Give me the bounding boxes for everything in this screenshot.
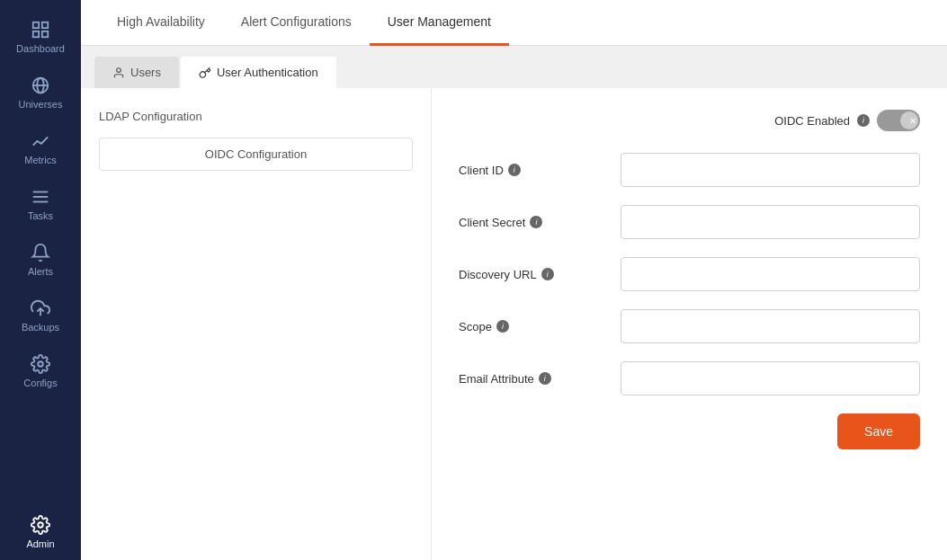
- main-content: High Availability Alert Configurations U…: [81, 0, 947, 560]
- discovery-url-input[interactable]: [621, 257, 920, 291]
- svg-rect-3: [42, 31, 48, 37]
- save-button[interactable]: Save: [837, 413, 920, 449]
- email-attribute-row: Email Attribute i: [459, 361, 920, 396]
- sub-tabs: Users User Authentication: [81, 46, 947, 88]
- discovery-url-row: Discovery URL i: [459, 257, 920, 291]
- svg-point-12: [38, 522, 43, 528]
- top-nav: High Availability Alert Configurations U…: [81, 0, 947, 46]
- sidebar-item-alerts[interactable]: Alerts: [0, 232, 81, 288]
- oidc-enabled-label: OIDC Enabled: [774, 114, 850, 128]
- ldap-config-label: LDAP Configuration: [99, 110, 413, 123]
- sidebar-item-configs[interactable]: Configs: [0, 343, 81, 399]
- sidebar: Dashboard Universes Metrics Tasks Alerts: [0, 0, 81, 560]
- client-secret-label: Client Secret i: [459, 216, 621, 229]
- tab-user-management[interactable]: User Management: [370, 0, 509, 46]
- svg-rect-1: [42, 22, 48, 28]
- client-id-label: Client ID i: [459, 164, 621, 177]
- subtab-users[interactable]: Users: [94, 57, 179, 88]
- client-secret-input[interactable]: [621, 205, 920, 239]
- scope-info-icon[interactable]: i: [496, 320, 509, 333]
- subtab-user-authentication[interactable]: User Authentication: [181, 57, 336, 88]
- sidebar-item-backups[interactable]: Backups: [0, 288, 81, 343]
- oidc-config-button[interactable]: OIDC Configuration: [99, 138, 413, 171]
- right-panel: OIDC Enabled i ✕ Client ID i: [432, 88, 947, 560]
- sidebar-item-metrics[interactable]: Metrics: [0, 120, 81, 176]
- client-id-info-icon[interactable]: i: [508, 164, 521, 176]
- oidc-enabled-info-icon[interactable]: i: [857, 114, 870, 127]
- oidc-header: OIDC Enabled i ✕: [459, 110, 920, 131]
- email-attribute-info-icon[interactable]: i: [539, 372, 551, 385]
- discovery-url-label: Discovery URL i: [459, 268, 621, 281]
- client-secret-row: Client Secret i: [459, 205, 920, 239]
- sidebar-item-tasks[interactable]: Tasks: [0, 176, 81, 232]
- scope-label: Scope i: [459, 320, 621, 333]
- svg-point-11: [38, 361, 43, 367]
- scope-row: Scope i: [459, 309, 920, 343]
- content-area: Users User Authentication LDAP Configura…: [81, 46, 947, 560]
- discovery-url-info-icon[interactable]: i: [541, 268, 554, 280]
- svg-rect-0: [33, 22, 39, 28]
- toggle-x-icon: ✕: [909, 116, 916, 126]
- client-id-input[interactable]: [621, 153, 920, 187]
- email-attribute-label: Email Attribute i: [459, 372, 621, 386]
- oidc-enabled-toggle[interactable]: ✕: [877, 110, 920, 131]
- svg-point-13: [117, 67, 121, 72]
- left-panel: LDAP Configuration OIDC Configuration: [81, 88, 432, 560]
- sidebar-item-universes[interactable]: Universes: [0, 65, 81, 120]
- tab-high-availability[interactable]: High Availability: [99, 0, 223, 46]
- sidebar-item-admin[interactable]: Admin: [0, 504, 81, 560]
- panel-area: LDAP Configuration OIDC Configuration OI…: [81, 88, 947, 560]
- client-id-row: Client ID i: [459, 153, 920, 187]
- client-secret-info-icon[interactable]: i: [530, 216, 542, 228]
- email-attribute-input[interactable]: [621, 361, 920, 396]
- tab-alert-configurations[interactable]: Alert Configurations: [223, 0, 370, 46]
- save-row: Save: [459, 413, 920, 449]
- scope-input[interactable]: [621, 309, 920, 343]
- svg-rect-2: [33, 31, 39, 37]
- sidebar-item-dashboard[interactable]: Dashboard: [0, 9, 81, 65]
